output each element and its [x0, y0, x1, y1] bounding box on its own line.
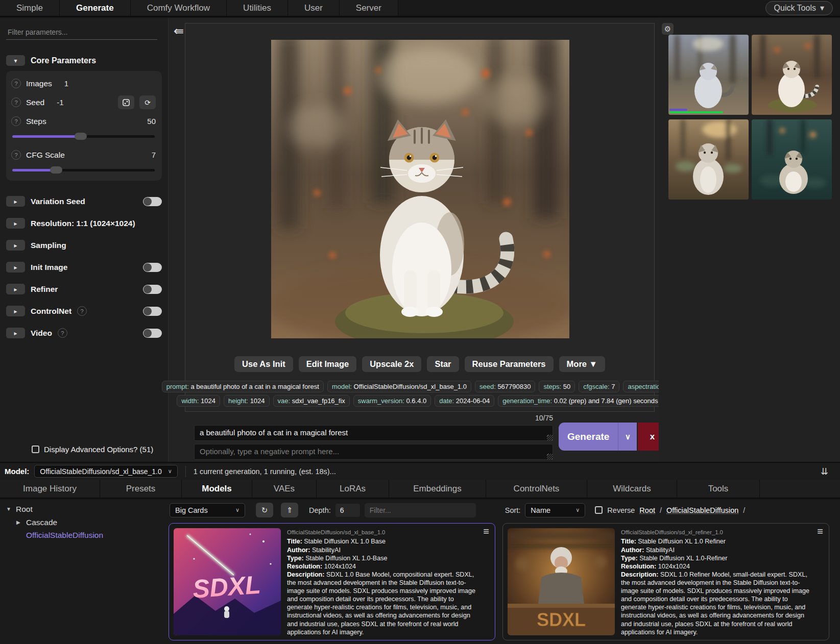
- tree-closed-icon[interactable]: ▶: [16, 519, 22, 526]
- tab-presets[interactable]: Presets: [100, 480, 182, 498]
- help-icon[interactable]: ?: [11, 79, 21, 88]
- advanced-options-checkbox[interactable]: [32, 445, 39, 453]
- expand-section-button[interactable]: ▸: [6, 328, 25, 338]
- random-seed-button[interactable]: [118, 95, 134, 109]
- tab-simple[interactable]: Simple: [0, 0, 60, 16]
- model-filter-input[interactable]: [365, 503, 476, 517]
- reuse-seed-button[interactable]: ⟳: [139, 95, 156, 109]
- meta-model[interactable]: model: OfficialStableDiffusion/sd_xl_bas…: [327, 381, 471, 392]
- model-card-sdxl-base[interactable]: SDXL OfficialStableDiffusion/sd_xl_base_…: [169, 523, 495, 640]
- quick-tools-button[interactable]: Quick Tools ▾: [765, 1, 833, 15]
- expand-section-button[interactable]: ▸: [6, 218, 25, 229]
- reverse-checkbox[interactable]: [595, 506, 603, 514]
- reuse-parameters-button[interactable]: Reuse Parameters: [465, 356, 554, 372]
- steps-slider[interactable]: [12, 135, 155, 138]
- sort-select[interactable]: Name ∨: [525, 503, 585, 517]
- tab-loras[interactable]: LoRAs: [317, 480, 389, 498]
- refiner-toggle[interactable]: [143, 285, 162, 294]
- init-image-toggle[interactable]: [143, 263, 162, 272]
- breadcrumb-current-link[interactable]: OfficialStableDiffusion: [666, 506, 738, 514]
- view-mode-select[interactable]: Big Cards ∨: [170, 503, 245, 517]
- help-icon[interactable]: ?: [11, 116, 21, 126]
- steps-slider-knob[interactable]: [75, 133, 87, 140]
- cfg-slider-knob[interactable]: [50, 166, 62, 174]
- tab-embeddings[interactable]: Embeddings: [389, 480, 486, 498]
- generate-button[interactable]: Generate: [559, 423, 618, 451]
- collapse-sidebar-icon[interactable]: ⇚: [174, 24, 184, 38]
- collapse-toggle-button[interactable]: ▾: [6, 55, 25, 66]
- help-icon[interactable]: ?: [77, 306, 87, 316]
- upscale-button[interactable]: Upscale 2x: [362, 356, 421, 372]
- help-icon[interactable]: ?: [58, 328, 67, 338]
- tab-generate[interactable]: Generate: [60, 0, 131, 16]
- breadcrumb-root-link[interactable]: Root: [639, 506, 655, 514]
- tab-comfy-workflow[interactable]: Comfy Workflow: [131, 0, 227, 16]
- tab-vaes[interactable]: VAEs: [252, 480, 317, 498]
- meta-height[interactable]: height: 1024: [224, 395, 270, 407]
- tab-utilities[interactable]: Utilities: [227, 0, 288, 16]
- generated-image[interactable]: [271, 40, 569, 338]
- video-toggle[interactable]: [143, 329, 162, 338]
- steps-value[interactable]: 50: [147, 117, 156, 126]
- tab-controlnets[interactable]: ControlNets: [486, 480, 587, 498]
- negative-prompt-input[interactable]: [194, 444, 553, 460]
- meta-vae[interactable]: vae: sdxl_vae_fp16_fix: [273, 395, 350, 407]
- model-card-thumbnail[interactable]: SDXL: [508, 528, 615, 635]
- tree-item-officialstablediffusion[interactable]: OfficialStableDiffusion: [26, 530, 103, 541]
- tab-tools[interactable]: Tools: [677, 480, 760, 498]
- meta-cfgscale[interactable]: cfgscale: 7: [579, 381, 619, 392]
- generate-dropdown-button[interactable]: ∨: [618, 423, 637, 451]
- expand-section-button[interactable]: ▸: [6, 284, 25, 294]
- resize-grip-icon[interactable]: [547, 454, 553, 459]
- resize-grip-icon[interactable]: [547, 435, 553, 440]
- tree-item-cascade[interactable]: ▶ Cascade: [16, 517, 103, 528]
- meta-prompt[interactable]: prompt: a beautiful photo of a cat in a …: [162, 381, 324, 392]
- help-icon[interactable]: ?: [11, 150, 21, 160]
- expand-section-button[interactable]: ▸: [6, 262, 25, 273]
- variation-seed-toggle[interactable]: [143, 197, 162, 206]
- seed-value[interactable]: -1: [57, 98, 63, 107]
- prompt-input[interactable]: a beautiful photo of a cat in a magical …: [194, 425, 553, 441]
- tab-models[interactable]: Models: [182, 480, 252, 498]
- expand-section-button[interactable]: ▸: [6, 240, 25, 251]
- refresh-button[interactable]: ↻: [256, 503, 273, 517]
- card-menu-button[interactable]: ≡: [817, 526, 823, 537]
- depth-input[interactable]: [335, 504, 360, 517]
- images-value[interactable]: 1: [64, 79, 68, 88]
- edit-image-button[interactable]: Edit Image: [299, 356, 356, 372]
- cfg-slider[interactable]: [12, 169, 155, 171]
- model-select[interactable]: OfficialStableDiffusion/sd_xl_base_1.0 ∨: [34, 465, 177, 478]
- meta-swarm-version[interactable]: swarm_version: 0.6.4.0: [353, 395, 431, 407]
- tab-image-history[interactable]: Image History: [0, 480, 100, 498]
- filter-parameters-input[interactable]: [6, 25, 157, 40]
- tab-user[interactable]: User: [288, 0, 340, 16]
- more-button[interactable]: More ▼: [559, 356, 605, 372]
- thumbnail-generating[interactable]: [668, 35, 749, 115]
- meta-seed[interactable]: seed: 567790830: [475, 381, 536, 392]
- upload-button[interactable]: ⇑: [281, 503, 298, 517]
- star-button[interactable]: Star: [427, 356, 459, 372]
- tab-server[interactable]: Server: [340, 0, 398, 16]
- tab-wildcards[interactable]: Wildcards: [587, 480, 677, 498]
- help-icon[interactable]: ?: [11, 97, 21, 107]
- expand-section-button[interactable]: ▸: [6, 306, 25, 316]
- dock-down-icon[interactable]: ⇊: [821, 466, 828, 477]
- thumbnail-image[interactable]: [752, 119, 832, 200]
- sidebar-settings-button[interactable]: ⚙: [662, 23, 674, 35]
- thumbnail-image[interactable]: [668, 119, 749, 200]
- use-as-init-button[interactable]: Use As Init: [234, 356, 293, 372]
- meta-date[interactable]: date: 2024-06-04: [435, 395, 494, 407]
- model-card-thumbnail[interactable]: SDXL: [174, 528, 281, 635]
- meta-width[interactable]: width: 1024: [177, 395, 220, 407]
- expand-section-button[interactable]: ▸: [6, 196, 25, 207]
- tree-open-icon[interactable]: ▼: [6, 506, 12, 513]
- meta-steps[interactable]: steps: 50: [539, 381, 575, 392]
- tree-item-root[interactable]: ▼ Root: [6, 504, 103, 515]
- cfg-value[interactable]: 7: [152, 151, 156, 159]
- controlnet-toggle[interactable]: [143, 307, 162, 316]
- model-card-sdxl-refiner[interactable]: SDXL OfficialStableDiffusion/sd_xl_refin…: [502, 523, 829, 640]
- card-menu-button[interactable]: ≡: [483, 526, 489, 537]
- meta-generation-time[interactable]: generation_time: 0.02 (prep) and 7.84 (g…: [498, 395, 662, 407]
- thumbnail-image[interactable]: [752, 35, 832, 115]
- toggle-knob: [143, 307, 152, 315]
